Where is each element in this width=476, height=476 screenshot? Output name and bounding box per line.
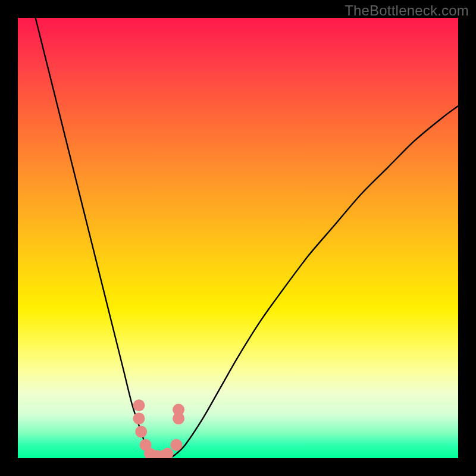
right-curve xyxy=(176,106,458,454)
data-marker xyxy=(133,399,145,411)
data-marker xyxy=(135,426,147,438)
chart-frame: TheBottleneck.com xyxy=(0,0,476,476)
data-marker xyxy=(170,439,182,451)
plot-area xyxy=(18,18,458,458)
left-curve xyxy=(36,18,150,454)
data-marker xyxy=(133,412,145,424)
chart-svg xyxy=(18,18,458,458)
data-marker xyxy=(173,404,184,416)
marker-group xyxy=(133,399,185,458)
data-marker xyxy=(162,448,174,458)
watermark-text: TheBottleneck.com xyxy=(345,2,469,19)
